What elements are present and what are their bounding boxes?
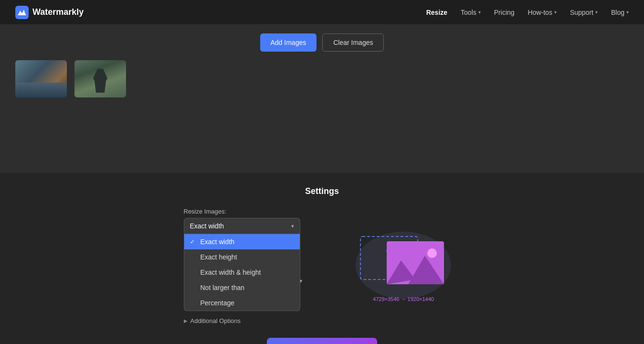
nav-tools[interactable]: Tools ▾: [461, 9, 481, 16]
resize-svg: 4729×3546 → 1920×1440: [346, 213, 461, 308]
logo-icon: [15, 6, 29, 19]
resize-images-field: Resize Images: Exact width ▾ ✓ Exact wid…: [184, 208, 308, 234]
thumbnail-1[interactable]: [15, 60, 67, 97]
resize-option-exact-height[interactable]: Exact height: [184, 249, 300, 265]
resize-illustration: 4729×3546 → 1920×1440: [346, 208, 461, 313]
nav-how-tos[interactable]: How-tos ▾: [528, 9, 557, 16]
svg-rect-0: [15, 6, 29, 19]
logo-text: Watermarkly: [32, 7, 84, 17]
resize-images-button[interactable]: Resize Images: [267, 338, 377, 344]
resize-option-not-larger-than[interactable]: Not larger than: [184, 280, 300, 295]
resize-option-exact-width[interactable]: ✓ Exact width: [184, 234, 300, 249]
additional-options-label: Additional Options: [190, 317, 241, 324]
check-icon: ✓: [190, 238, 197, 245]
chevron-down-icon: ▾: [626, 10, 629, 15]
settings-title: Settings: [305, 186, 339, 196]
resize-dropdown[interactable]: Exact width ▾ ✓ Exact width Exact height: [184, 218, 308, 234]
thumbnails-area: [0, 60, 644, 109]
navbar: Watermarkly Resize Tools ▾ Pricing How-t…: [0, 0, 644, 25]
svg-point-7: [427, 248, 437, 258]
resize-selected-value: Exact width: [190, 222, 224, 230]
resize-dropdown-trigger[interactable]: Exact width ▾: [184, 218, 300, 234]
resize-dropdown-list: ✓ Exact width Exact height Exact width &…: [184, 234, 300, 311]
nav-blog[interactable]: Blog ▾: [611, 9, 629, 16]
nav-pricing[interactable]: Pricing: [494, 9, 515, 16]
resize-option-percentage[interactable]: Percentage: [184, 295, 300, 311]
image-area: Add Images Clear Images: [0, 25, 644, 173]
logo[interactable]: Watermarkly: [15, 6, 84, 19]
chevron-down-icon: ▾: [478, 10, 481, 15]
clear-images-button[interactable]: Clear Images: [322, 33, 384, 52]
settings-area: Settings Resize Images: Exact width ▾ ✓ …: [0, 173, 644, 344]
resize-images-label: Resize Images:: [184, 208, 308, 215]
settings-content: Resize Images: Exact width ▾ ✓ Exact wid…: [184, 208, 461, 324]
nav-support[interactable]: Support ▾: [570, 9, 598, 16]
nav-resize[interactable]: Resize: [426, 9, 447, 16]
thumbnail-2[interactable]: [74, 60, 126, 97]
triangle-right-icon: ▶: [184, 318, 188, 323]
settings-left-panel: Resize Images: Exact width ▾ ✓ Exact wid…: [184, 208, 308, 324]
nav-links: Resize Tools ▾ Pricing How-tos ▾ Support…: [426, 9, 629, 16]
image-toolbar: Add Images Clear Images: [260, 25, 384, 60]
add-images-button[interactable]: Add Images: [260, 33, 317, 52]
additional-options-toggle[interactable]: ▶ Additional Options: [184, 317, 308, 324]
svg-text:4729×3546 → 1920×1440: 4729×3546 → 1920×1440: [373, 296, 434, 302]
chevron-down-icon: ▾: [291, 223, 294, 229]
chevron-down-icon: ▾: [554, 10, 557, 15]
resize-option-exact-width-height[interactable]: Exact width & height: [184, 265, 300, 280]
chevron-down-icon: ▾: [595, 10, 598, 15]
